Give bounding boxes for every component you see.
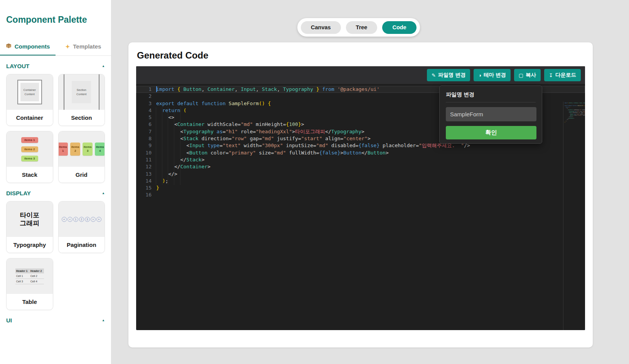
dialog-divider — [446, 102, 536, 102]
confirm-button[interactable]: 확인 — [446, 126, 536, 139]
code-line[interactable]: 11 </Stack> — [136, 156, 585, 163]
tab-components-label: Components — [15, 43, 50, 50]
tab-canvas[interactable]: Canvas — [301, 21, 341, 34]
grid-preview: items 1 items 2 items 3 items 4 — [59, 131, 105, 167]
pencil-icon: ✎ — [432, 72, 436, 78]
rename-dialog: 파일명 변경 확인 — [439, 86, 542, 144]
tab-tree[interactable]: Tree — [346, 21, 378, 34]
card-grid-label: Grid — [59, 167, 105, 183]
code-line[interactable]: 12 </Container> — [136, 163, 585, 170]
minimap[interactable]: import { Button, Container, Input, Stack… — [563, 102, 585, 330]
download-button[interactable]: ↧ 다운로드 — [544, 69, 581, 81]
card-table[interactable]: Header 1 Header 2 Cell 1 Cell 2 Cell 3 C… — [6, 258, 53, 310]
card-stack-label: Stack — [7, 167, 53, 183]
tab-templates[interactable]: ✦ Templates — [56, 39, 111, 55]
view-switcher: Canvas Tree Code — [297, 18, 420, 37]
palette-icon: ◑ — [478, 72, 481, 78]
code-line[interactable]: 10 <Button color="primary" size="md" ful… — [136, 149, 585, 156]
code-line[interactable]: 13 </> — [136, 171, 585, 178]
card-typography-label: Typography — [7, 237, 53, 253]
sidebar-tabs: Components ✦ Templates — [0, 39, 111, 56]
section-ui-label: UI — [6, 317, 12, 324]
layout-cards: Container Content Container Section Cont… — [6, 74, 105, 183]
tab-code[interactable]: Code — [382, 21, 416, 34]
card-typography[interactable]: 타이포 그래피 Typography — [6, 201, 53, 253]
table-preview: Header 1 Header 2 Cell 1 Cell 2 Cell 3 C… — [7, 258, 53, 294]
section-display-label: DISPLAY — [6, 190, 31, 196]
card-section-label: Section — [59, 110, 105, 126]
clipboard-icon: ▢ — [519, 72, 523, 78]
code-line[interactable]: 14 ); — [136, 178, 585, 185]
card-grid[interactable]: items 1 items 2 items 3 items 4 Grid — [58, 131, 105, 183]
section-layout-label: LAYOUT — [6, 63, 29, 69]
package-icon — [6, 43, 12, 50]
card-stack[interactable]: items 1 items 2 items 3 Stack — [6, 131, 53, 183]
indent-guides — [156, 107, 180, 185]
code-line[interactable]: 15} — [136, 185, 585, 191]
rename-file-button[interactable]: ✎ 파일명 변경 — [427, 69, 470, 81]
card-section[interactable]: Section Content Section — [58, 74, 105, 126]
collapse-arrow-icon: ▲ — [102, 319, 105, 322]
card-container[interactable]: Container Content Container — [6, 74, 53, 126]
sidebar-title: Component Palette — [6, 15, 105, 25]
tab-templates-label: Templates — [73, 43, 101, 50]
generated-code-panel: Generated Code ✎ 파일명 변경 ◑ 테마 변경 ▢ 복사 ↧ 다… — [128, 42, 593, 347]
editor-toolbar: ✎ 파일명 변경 ◑ 테마 변경 ▢ 복사 ↧ 다운로드 — [136, 66, 585, 84]
page-title: Generated Code — [137, 50, 208, 61]
pagination-preview: « < 1 2 3 > » — [59, 201, 105, 237]
display-cards: 타이포 그래피 Typography « < 1 2 3 > » Paginat… — [6, 201, 105, 310]
section-header-layout[interactable]: LAYOUT ▲ — [6, 63, 105, 69]
card-table-label: Table — [7, 294, 53, 310]
component-palette-sidebar: Component Palette Components ✦ Templates… — [0, 0, 111, 364]
copy-button[interactable]: ▢ 복사 — [514, 69, 541, 81]
sparkles-icon: ✦ — [66, 44, 70, 50]
stack-preview: items 1 items 2 items 3 — [7, 131, 53, 167]
tab-components[interactable]: Components — [0, 39, 56, 55]
change-theme-button[interactable]: ◑ 테마 변경 — [474, 69, 511, 81]
code-editor: ✎ 파일명 변경 ◑ 테마 변경 ▢ 복사 ↧ 다운로드 1import { B… — [136, 66, 585, 330]
container-preview: Container Content — [7, 74, 53, 110]
dialog-title: 파일명 변경 — [440, 86, 542, 102]
card-pagination[interactable]: « < 1 2 3 > » Pagination — [58, 201, 105, 253]
typography-preview: 타이포 그래피 — [7, 201, 53, 237]
card-container-label: Container — [7, 110, 53, 126]
section-header-display[interactable]: DISPLAY ▲ — [6, 190, 105, 196]
collapse-arrow-icon: ▲ — [102, 191, 105, 195]
code-line[interactable]: 16 — [136, 191, 585, 198]
download-icon: ↧ — [549, 72, 553, 78]
card-pagination-label: Pagination — [59, 237, 105, 253]
filename-input[interactable] — [446, 107, 536, 121]
section-preview: Section Content — [59, 74, 105, 110]
collapse-arrow-icon: ▲ — [102, 64, 105, 68]
section-header-ui[interactable]: UI ▲ — [6, 317, 105, 324]
